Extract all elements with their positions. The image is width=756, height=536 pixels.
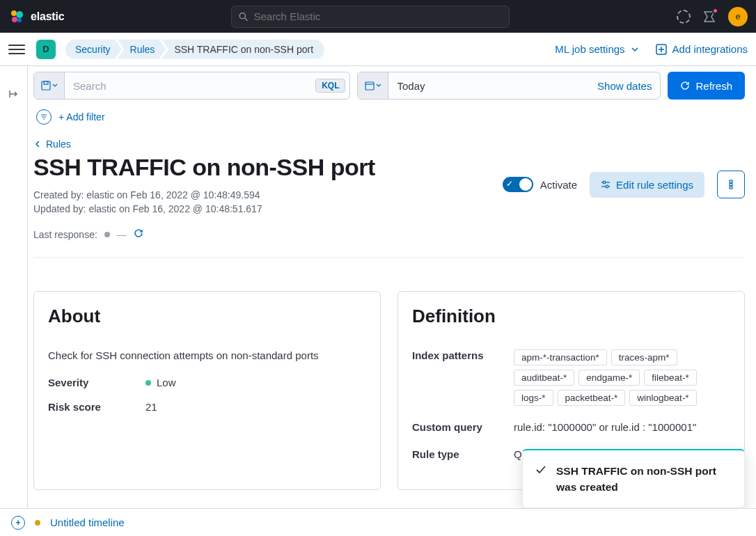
svg-rect-9 [42, 81, 50, 90]
success-toast[interactable]: SSH TRAFFIC on non-SSH port was created [522, 449, 745, 509]
svg-point-2 [12, 17, 17, 22]
back-to-rules-link[interactable]: Rules [35, 139, 745, 150]
about-title: About [48, 306, 366, 327]
collapsed-sidebar [0, 66, 28, 508]
show-dates-button[interactable]: Show dates [597, 80, 660, 92]
notification-dot [712, 8, 718, 14]
more-actions-button[interactable] [717, 171, 745, 198]
refresh-button[interactable]: Refresh [668, 72, 745, 100]
svg-point-3 [17, 18, 22, 22]
query-input[interactable] [65, 72, 315, 99]
svg-point-0 [11, 10, 17, 16]
pattern-chip: packetbeat-* [558, 390, 626, 406]
date-picker[interactable]: Today Show dates [357, 72, 661, 100]
created-by-text: Created by: elastic on Feb 16, 2022 @ 10… [33, 189, 486, 200]
pattern-chip: filebeat-* [644, 370, 696, 386]
custom-query-label: Custom query [412, 421, 514, 433]
pattern-chip: endgame-* [578, 370, 640, 386]
add-integrations-button[interactable]: Add integrations [656, 43, 748, 55]
custom-query-value: rule.id: "1000000" or rule.id : "1000001… [514, 421, 730, 433]
add-filter-button[interactable]: + Add filter [58, 111, 105, 123]
about-panel: About Check for SSH connection attempts … [33, 291, 381, 490]
elastic-logo-icon [8, 8, 25, 25]
breadcrumb-rules[interactable]: Rules [118, 40, 166, 59]
breadcrumb-security[interactable]: Security [65, 40, 122, 59]
risk-score-value: 21 [145, 401, 366, 413]
logo-text: elastic [31, 10, 64, 23]
svg-line-5 [245, 18, 248, 21]
chevron-down-icon [631, 45, 639, 54]
search-icon [239, 12, 248, 22]
risk-score-label: Risk score [48, 401, 145, 413]
activate-toggle[interactable]: ✓ [503, 177, 533, 192]
kql-toggle[interactable]: KQL [315, 79, 345, 93]
timeline-status-dot [35, 520, 40, 526]
chevron-down-icon [52, 83, 58, 88]
index-patterns-list: apm-*-transaction* traces-apm* auditbeat… [514, 349, 730, 406]
breadcrumb: Security Rules SSH TRAFFIC on non-SSH po… [65, 40, 324, 59]
global-search[interactable] [231, 6, 510, 28]
definition-title: Definition [412, 306, 730, 327]
timeline-link[interactable]: Untitled timeline [50, 517, 125, 528]
nav-toggle-icon[interactable] [8, 45, 25, 54]
index-patterns-label: Index patterns [412, 349, 514, 361]
sidebar-expand-icon[interactable] [8, 88, 19, 508]
space-badge[interactable]: D [36, 40, 56, 59]
pattern-chip: apm-*-transaction* [514, 349, 607, 365]
rule-type-label: Rule type [412, 448, 514, 460]
plus-in-square-icon [656, 44, 667, 55]
pattern-chip: traces-apm* [611, 349, 677, 365]
chevron-left-icon [35, 141, 42, 148]
boxes-vertical-icon [726, 180, 736, 189]
breadcrumb-current: SSH TRAFFIC on non-SSH port [162, 40, 324, 59]
edit-rule-button[interactable]: Edit rule settings [590, 172, 704, 198]
svg-point-4 [239, 13, 245, 18]
severity-label: Severity [48, 377, 145, 388]
last-response-label: Last response: [33, 229, 97, 240]
pattern-chip: logs-* [514, 390, 553, 406]
svg-rect-19 [730, 187, 732, 189]
query-bar: KQL [33, 72, 350, 100]
svg-rect-10 [44, 81, 48, 84]
svg-rect-17 [730, 180, 732, 182]
severity-dot [145, 380, 151, 386]
svg-point-14 [603, 181, 606, 184]
toast-message: SSH TRAFFIC on non-SSH port was created [556, 463, 732, 496]
save-icon [41, 81, 51, 90]
pattern-chip: auditbeat-* [514, 370, 574, 386]
controls-icon [601, 180, 611, 189]
updated-by-text: Updated by: elastic on Feb 16, 2022 @ 10… [33, 203, 486, 214]
date-range-value[interactable]: Today [388, 72, 597, 99]
global-header: elastic e [0, 0, 756, 33]
elastic-logo[interactable]: elastic [8, 8, 64, 25]
calendar-icon [365, 81, 375, 90]
svg-rect-18 [730, 184, 732, 186]
timeline-footer: + Untitled timeline [0, 508, 756, 536]
svg-point-1 [16, 11, 23, 18]
pattern-chip: winlogbeat-* [629, 390, 696, 406]
chevron-down-icon [376, 83, 381, 88]
global-search-input[interactable] [253, 10, 502, 22]
saved-query-button[interactable] [34, 72, 65, 99]
date-quick-button[interactable] [358, 72, 388, 99]
check-icon [535, 464, 546, 496]
ml-job-settings-button[interactable]: ML job settings [555, 43, 638, 55]
help-icon[interactable] [677, 10, 691, 24]
last-response-value: — [117, 229, 127, 240]
about-description: Check for SSH connection attempts on non… [48, 349, 366, 361]
newsfeed-icon[interactable] [703, 10, 716, 23]
status-dot [104, 232, 110, 237]
add-timeline-button[interactable]: + [11, 516, 25, 530]
refresh-icon [680, 81, 690, 90]
svg-point-16 [606, 185, 608, 188]
user-avatar[interactable]: e [728, 7, 748, 26]
page-title: SSH TRAFFIC on non-SSH port [33, 154, 486, 181]
refresh-status-button[interactable] [134, 228, 143, 240]
svg-rect-11 [365, 82, 374, 90]
activate-label: Activate [540, 179, 577, 191]
sub-nav: D Security Rules SSH TRAFFIC on non-SSH … [0, 33, 756, 66]
filter-options-icon[interactable] [36, 109, 52, 125]
severity-value: Low [157, 377, 176, 388]
